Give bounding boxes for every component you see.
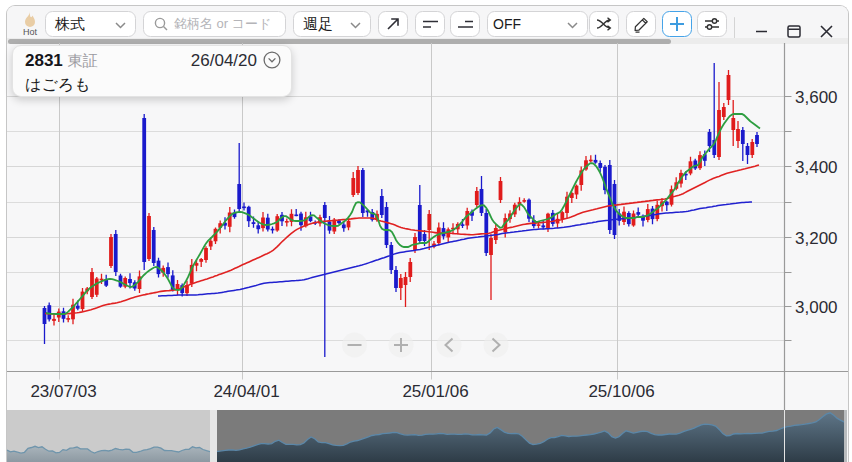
svg-text:25/01/06: 25/01/06	[402, 382, 468, 401]
svg-text:3,600: 3,600	[795, 88, 838, 107]
svg-text:3,200: 3,200	[795, 229, 838, 248]
svg-text:23/07/03: 23/07/03	[30, 382, 96, 401]
svg-text:25/10/06: 25/10/06	[588, 382, 654, 401]
svg-text:24/04/01: 24/04/01	[213, 382, 279, 401]
svg-text:3,400: 3,400	[795, 158, 838, 177]
svg-text:3,000: 3,000	[795, 298, 838, 317]
svg-text:Hot: Hot	[23, 27, 38, 37]
